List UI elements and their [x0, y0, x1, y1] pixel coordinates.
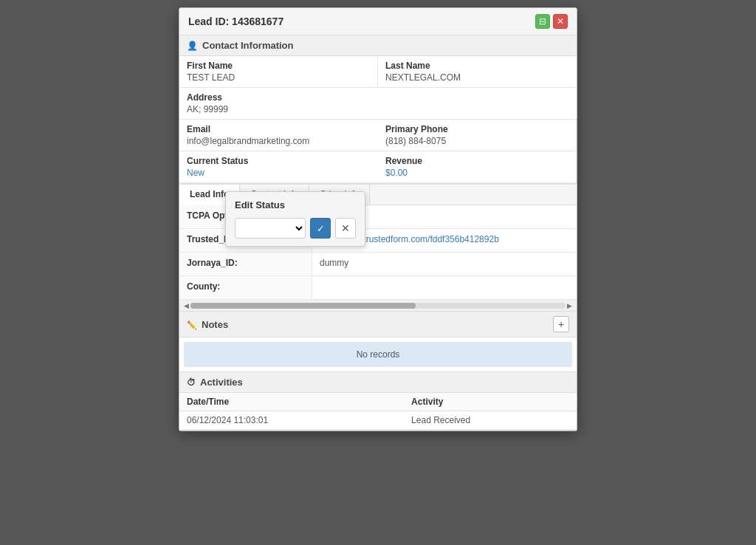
revenue-label: Revenue	[385, 156, 568, 166]
activity-name: Lead Received	[404, 411, 577, 430]
confirm-status-button[interactable]: ✓	[310, 218, 331, 239]
modal-header-buttons: ⊟ ✕	[535, 14, 568, 29]
email-cell: Email info@legalbrandmarketing.com	[179, 120, 378, 151]
person-icon	[187, 40, 198, 51]
jornaya-label: Jornaya_ID:	[179, 253, 312, 275]
jornaya-row: Jornaya_ID: dummy	[179, 253, 577, 276]
current-status-cell: Current Status New	[179, 151, 378, 183]
notes-section: Notes + No records	[179, 312, 577, 372]
last-name-label: Last Name	[385, 61, 569, 71]
scroll-left-arrow[interactable]: ◀	[182, 302, 190, 309]
no-records-message: No records	[184, 342, 572, 367]
email-value: info@legalbrandmarketing.com	[187, 136, 371, 146]
status-select[interactable]: New Contacted Qualified Closed	[235, 218, 306, 239]
close-icon: ✕	[557, 16, 564, 27]
county-value	[312, 276, 577, 299]
last-name-cell: Last Name NEXTLEGAL.COM	[378, 56, 577, 88]
modal: Lead ID: 143681677 ⊟ ✕ Contact Informati…	[179, 7, 577, 431]
first-name-value: TEST LEAD	[187, 72, 370, 83]
activity-datetime: 06/12/2024 11:03:01	[179, 411, 404, 430]
scrollbar-thumb[interactable]	[190, 303, 416, 309]
last-name-value: NEXTLEGAL.COM	[385, 72, 569, 83]
county-row: County:	[179, 276, 577, 300]
edit-status-controls: New Contacted Qualified Closed ✓ ✕	[235, 218, 356, 239]
cancel-status-button[interactable]: ✕	[335, 218, 356, 239]
activities-table-header-row: Date/Time Activity	[179, 393, 577, 411]
modal-header: Lead ID: 143681677 ⊟ ✕	[179, 8, 577, 35]
current-status-label: Current Status	[187, 156, 371, 166]
contact-information-section: Contact Information First Name TEST LEAD…	[179, 35, 577, 185]
jornaya-value: dummy	[312, 253, 577, 275]
activities-header: Activities	[179, 372, 577, 393]
minimize-button[interactable]: ⊟	[535, 14, 550, 29]
activities-table: Date/Time Activity 06/12/2024 11:03:01Le…	[179, 393, 577, 430]
phone-cell: Primary Phone (818) 884-8075	[378, 120, 577, 151]
scroll-right-arrow[interactable]: ▶	[566, 302, 574, 309]
checkmark-icon: ✓	[317, 223, 325, 234]
modal-overlay: Lead ID: 143681677 ⊟ ✕ Contact Informati…	[0, 0, 756, 545]
address-cell: Address AK; 99999	[179, 88, 577, 120]
phone-value: (818) 884-8075	[385, 136, 568, 146]
phone-label: Primary Phone	[385, 124, 568, 134]
contact-grid: First Name TEST LEAD Last Name NEXTLEGAL…	[179, 56, 577, 184]
first-name-cell: First Name TEST LEAD	[179, 56, 378, 88]
revenue-value: $0.00	[385, 168, 568, 178]
activities-section: Activities Date/Time Activity 06/12/2024…	[179, 372, 577, 431]
edit-status-title: Edit Status	[235, 199, 356, 210]
email-label: Email	[187, 124, 371, 134]
address-label: Address	[187, 92, 569, 103]
notes-icon	[187, 319, 197, 330]
scrollbar-track[interactable]	[190, 303, 566, 309]
first-name-label: First Name	[187, 61, 370, 71]
activities-tbody: 06/12/2024 11:03:01Lead Received	[179, 411, 577, 430]
contact-info-label: Contact Information	[202, 40, 294, 51]
horizontal-scrollbar[interactable]: ◀ ▶	[179, 300, 577, 312]
modal-title: Lead ID: 143681677	[188, 16, 284, 27]
table-row: 06/12/2024 11:03:01Lead Received	[179, 411, 577, 430]
notes-label: Notes	[202, 319, 228, 330]
add-note-button[interactable]: +	[553, 316, 569, 332]
edit-status-popup: Edit Status New Contacted Qualified Clos…	[225, 191, 365, 247]
contact-info-header: Contact Information	[179, 35, 577, 56]
col-datetime: Date/Time	[179, 393, 404, 411]
county-label: County:	[179, 276, 312, 299]
cancel-icon: ✕	[341, 222, 350, 234]
revenue-cell: Revenue $0.00	[378, 151, 577, 183]
address-value: AK; 99999	[187, 104, 569, 114]
notes-header: Notes +	[179, 312, 577, 337]
current-status-value[interactable]: New	[187, 168, 371, 178]
close-button[interactable]: ✕	[553, 14, 568, 29]
minimize-icon: ⊟	[539, 16, 546, 27]
col-activity: Activity	[404, 393, 577, 411]
activities-label: Activities	[200, 377, 243, 388]
activities-icon	[187, 377, 196, 388]
notes-header-left: Notes	[187, 319, 228, 330]
